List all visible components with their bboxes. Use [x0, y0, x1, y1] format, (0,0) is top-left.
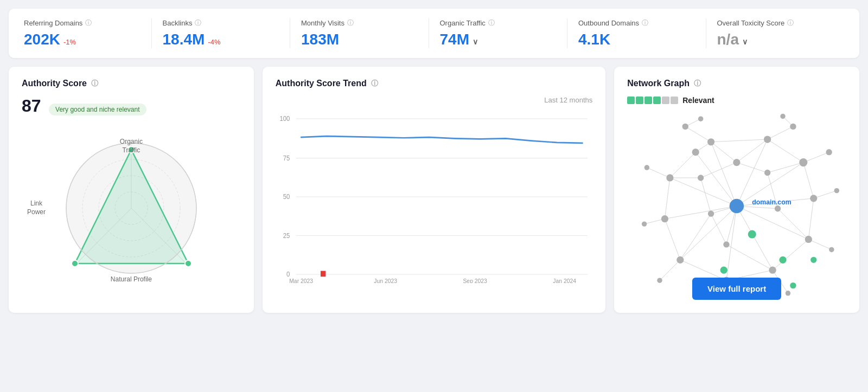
metric-monthly-visits: Monthly Visits ⓘ 183M	[290, 18, 429, 48]
toxicity-score-info-icon[interactable]: ⓘ	[787, 18, 794, 28]
bottom-panels: Authority Score ⓘ 87 Very good and niche…	[9, 67, 859, 313]
svg-point-90	[826, 149, 832, 155]
trend-subtitle: Last 12 months	[276, 96, 592, 104]
organic-traffic-info-icon[interactable]: ⓘ	[488, 18, 495, 28]
authority-trend-panel: Authority Score Trend ⓘ Last 12 months 1…	[263, 67, 605, 313]
svg-line-64	[737, 163, 768, 173]
svg-line-50	[686, 126, 711, 142]
svg-point-91	[834, 188, 839, 193]
authority-score-title: Authority Score	[22, 79, 87, 88]
svg-point-10	[185, 260, 192, 267]
svg-line-41	[803, 163, 814, 198]
legend-dot-green-4	[653, 97, 661, 104]
svg-line-42	[809, 198, 814, 240]
backlinks-label: Backlinks	[163, 19, 193, 27]
svg-text:Jun 2023: Jun 2023	[374, 277, 397, 283]
svg-line-52	[803, 152, 829, 163]
toxicity-score-chevron-icon[interactable]: ∨	[742, 37, 748, 46]
svg-point-86	[667, 174, 674, 181]
legend-dot-green-2	[636, 97, 643, 104]
domain-label: domain.com	[752, 198, 791, 206]
svg-point-92	[829, 247, 834, 252]
toxicity-score-label: Overall Toxicity Score	[717, 19, 785, 27]
svg-line-63	[737, 139, 768, 163]
svg-line-57	[660, 260, 680, 280]
svg-point-81	[805, 236, 812, 243]
svg-line-67	[778, 209, 809, 240]
svg-point-85	[661, 215, 668, 222]
trend-chart-svg: 100 75 50 25 0 Mar 2023 Jun 2023	[276, 110, 592, 283]
svg-rect-23	[321, 271, 326, 277]
metric-backlinks: Backlinks ⓘ 18.4M -4%	[152, 18, 291, 48]
svg-point-84	[676, 256, 684, 264]
metric-organic-traffic: Organic Traffic ⓘ 74M ∨	[429, 18, 568, 48]
domain-node	[730, 199, 744, 213]
view-full-report-button[interactable]: View full report	[692, 278, 781, 300]
authority-trend-title: Authority Score Trend	[276, 79, 367, 88]
referring-domains-value: 202K	[24, 31, 60, 48]
svg-point-11	[72, 260, 78, 267]
svg-point-82	[769, 267, 776, 274]
top-metrics-bar: Referring Domains ⓘ 202K -1% Backlinks ⓘ…	[9, 9, 859, 58]
legend-dot-gray-2	[671, 97, 678, 104]
authority-score-info-icon[interactable]: ⓘ	[91, 79, 98, 88]
svg-line-37	[670, 178, 737, 206]
svg-line-65	[768, 163, 803, 173]
svg-point-111	[810, 257, 816, 263]
network-graph-svg: domain.com	[627, 111, 846, 301]
svg-point-98	[698, 116, 703, 121]
svg-line-43	[773, 239, 808, 270]
svg-line-59	[647, 168, 671, 178]
svg-text:Sep 2023: Sep 2023	[463, 277, 487, 283]
svg-point-87	[692, 149, 699, 156]
svg-line-72	[680, 214, 711, 260]
radar-label-link-power: LinkPower	[27, 200, 46, 216]
svg-point-109	[780, 256, 787, 264]
legend-label: Relevant	[682, 96, 714, 105]
svg-text:25: 25	[283, 232, 290, 240]
authority-score-panel: Authority Score ⓘ 87 Very good and niche…	[9, 67, 254, 313]
organic-traffic-label: Organic Traffic	[440, 19, 486, 27]
monthly-visits-label: Monthly Visits	[301, 19, 344, 27]
svg-line-48	[670, 152, 695, 178]
svg-line-71	[701, 178, 711, 214]
referring-domains-info-icon[interactable]: ⓘ	[85, 18, 92, 28]
svg-text:Jan 2024: Jan 2024	[553, 277, 576, 283]
radar-chart-container: OrganicTraffic Natural Profile LinkPower	[22, 121, 241, 295]
backlinks-value: 18.4M	[163, 31, 205, 48]
organic-traffic-chevron-icon[interactable]: ∨	[473, 37, 478, 46]
svg-line-39	[711, 139, 768, 142]
svg-line-51	[768, 126, 793, 139]
svg-point-102	[775, 205, 781, 211]
svg-line-32	[737, 206, 808, 239]
legend-dots	[627, 97, 678, 104]
network-graph-title: Network Graph	[627, 79, 690, 88]
referring-domains-change: -1%	[63, 38, 76, 46]
svg-text:100: 100	[279, 115, 290, 123]
authority-score-badge: Very good and niche relevant	[49, 104, 146, 115]
outbound-domains-info-icon[interactable]: ⓘ	[642, 18, 648, 28]
svg-point-108	[720, 267, 727, 274]
svg-point-80	[810, 195, 817, 202]
legend-dot-green-1	[627, 97, 635, 104]
svg-point-89	[790, 124, 796, 130]
svg-line-47	[665, 178, 670, 219]
svg-point-110	[790, 282, 796, 288]
network-graph-info-icon[interactable]: ⓘ	[694, 79, 701, 88]
svg-line-46	[665, 219, 680, 260]
backlinks-change: -4%	[208, 38, 220, 46]
svg-point-105	[724, 241, 730, 247]
svg-line-74	[711, 214, 726, 245]
network-graph-panel: Network Graph ⓘ Relevant	[614, 67, 859, 313]
legend-dot-gray-1	[662, 97, 669, 104]
metric-toxicity-score: Overall Toxicity Score ⓘ n/a ∨	[706, 18, 845, 48]
svg-line-54	[809, 239, 832, 249]
authority-trend-info-icon[interactable]: ⓘ	[371, 79, 378, 88]
backlinks-info-icon[interactable]: ⓘ	[195, 18, 201, 28]
trend-chart-area: 100 75 50 25 0 Mar 2023 Jun 2023	[276, 110, 592, 283]
network-graph-area: domain.com	[627, 111, 846, 301]
svg-line-40	[768, 139, 803, 163]
organic-traffic-value: 74M	[440, 31, 469, 48]
svg-line-28	[711, 142, 737, 206]
monthly-visits-info-icon[interactable]: ⓘ	[347, 18, 354, 28]
